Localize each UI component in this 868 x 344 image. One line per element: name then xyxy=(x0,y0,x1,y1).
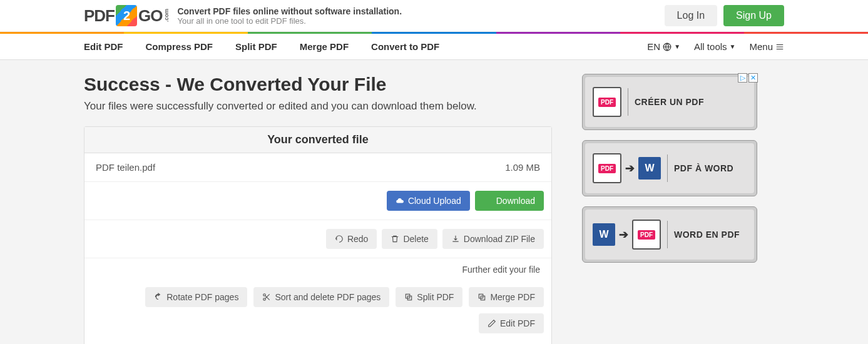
chevron-down-icon: ▼ xyxy=(674,43,680,50)
header-actions: Log In Sign Up xyxy=(665,5,784,26)
nav-split-pdf[interactable]: Split PDF xyxy=(235,41,277,52)
copy-icon xyxy=(477,293,486,301)
globe-icon xyxy=(663,43,671,51)
delete-button[interactable]: Delete xyxy=(382,229,437,249)
lang-selector[interactable]: EN ▼ xyxy=(647,41,680,52)
arrow-right-icon: ➔ xyxy=(625,161,635,175)
rotate-pdf-button[interactable]: Rotate PDF pages xyxy=(145,287,247,307)
trash-icon xyxy=(391,235,399,243)
nav-right: EN ▼ All tools ▼ Menu xyxy=(647,41,784,52)
logo-com: .com xyxy=(163,9,170,22)
hamburger-icon xyxy=(775,43,784,51)
main-column: Success - We Converted Your File Your fi… xyxy=(84,74,552,344)
tools-row-1: Rotate PDF pages Sort and delete PDF pag… xyxy=(84,281,551,341)
file-row: PDF teilen.pdf 1.09 MB xyxy=(84,153,551,182)
signup-button[interactable]: Sign Up xyxy=(723,5,784,26)
download-zip-button[interactable]: Download ZIP File xyxy=(442,229,544,249)
page-title: Success - We Converted Your File xyxy=(84,74,552,95)
alltools-label: All tools xyxy=(694,41,727,52)
delete-label: Delete xyxy=(403,234,428,244)
cloud-upload-label: Cloud Upload xyxy=(408,196,461,206)
file-size: 1.09 MB xyxy=(505,162,540,173)
file-panel: Your converted file PDF teilen.pdf 1.09 … xyxy=(84,126,552,344)
panel-header: Your converted file xyxy=(84,127,551,153)
page-subtitle: Your files were successfully converted o… xyxy=(84,100,552,113)
pdf-file-icon xyxy=(632,220,661,250)
logo[interactable]: PDF 2 GO .com xyxy=(84,5,170,26)
nav-merge-pdf[interactable]: Merge PDF xyxy=(300,41,349,52)
ad-info-icon[interactable]: ▷ xyxy=(738,73,747,83)
color-bar xyxy=(0,32,868,34)
arrow-right-icon: ➔ xyxy=(619,228,628,241)
menu-label: Menu xyxy=(749,41,773,52)
file-name: PDF teilen.pdf xyxy=(96,162,505,173)
ad-pdf-word[interactable]: ➔W PDF À WORD xyxy=(582,140,757,196)
svg-point-1 xyxy=(263,294,266,296)
nav-left: Edit PDF Compress PDF Split PDF Merge PD… xyxy=(84,41,439,52)
cloud-upload-button[interactable]: Cloud Upload xyxy=(387,191,470,211)
further-edit-label: Further edit your file xyxy=(84,258,551,281)
split-pdf-button[interactable]: Split PDF xyxy=(396,287,462,307)
cloud-icon xyxy=(396,196,404,205)
tools-row-2: Convert to PDF Convert from PDF Change P… xyxy=(84,341,551,344)
download-label: Download xyxy=(496,196,535,206)
ad-close-icon[interactable]: ✕ xyxy=(748,73,758,83)
svg-point-2 xyxy=(263,298,266,301)
sort-delete-button[interactable]: Sort and delete PDF pages xyxy=(253,287,389,307)
download-button[interactable]: Download xyxy=(475,191,544,211)
primary-actions: Cloud Upload Download xyxy=(84,182,551,220)
edit-pdf-button[interactable]: Edit PDF xyxy=(479,313,544,333)
lang-label: EN xyxy=(647,41,660,52)
chevron-down-icon: ▼ xyxy=(730,43,736,50)
ad-word-pdf[interactable]: W➔ WORD EN PDF xyxy=(582,206,757,263)
content: Success - We Converted Your File Your fi… xyxy=(0,60,868,344)
ad-label: PDF À WORD xyxy=(674,163,733,173)
redo-icon xyxy=(335,235,344,243)
tagline-main: Convert PDF files online without softwar… xyxy=(177,6,402,16)
pdf-file-icon xyxy=(593,153,621,183)
nav-edit-pdf[interactable]: Edit PDF xyxy=(84,41,123,52)
scissors-icon xyxy=(262,293,271,301)
redo-button[interactable]: Redo xyxy=(326,229,377,249)
tagline: Convert PDF files online without softwar… xyxy=(177,6,402,26)
logo-2: 2 xyxy=(116,5,137,26)
main-nav: Edit PDF Compress PDF Split PDF Merge PD… xyxy=(0,34,868,60)
site-header: PDF 2 GO .com Convert PDF files online w… xyxy=(0,0,868,32)
alltools-selector[interactable]: All tools ▼ xyxy=(694,41,735,52)
menu-selector[interactable]: Menu xyxy=(749,41,784,52)
pdf-file-icon xyxy=(593,87,621,117)
merge-pdf-button[interactable]: Merge PDF xyxy=(469,287,544,307)
logo-pdf: PDF xyxy=(84,6,115,26)
ad-label: CRÉER UN PDF xyxy=(635,97,704,107)
word-file-icon: W xyxy=(638,157,661,180)
tagline-sub: Your all in one tool to edit PDF files. xyxy=(177,16,402,26)
download-zip-label: Download ZIP File xyxy=(464,234,535,244)
nav-compress-pdf[interactable]: Compress PDF xyxy=(146,41,213,52)
sidebar-ads: ▷✕ CRÉER UN PDF ➔W PDF À WORD W➔ WORD EN… xyxy=(582,74,757,344)
login-button[interactable]: Log In xyxy=(665,5,717,26)
redo-label: Redo xyxy=(347,234,368,244)
ad-creer-pdf[interactable]: ▷✕ CRÉER UN PDF xyxy=(582,74,757,130)
download-icon xyxy=(451,235,460,243)
nav-convert-to-pdf[interactable]: Convert to PDF xyxy=(371,41,439,52)
copy-icon xyxy=(404,293,413,301)
word-file-icon: W xyxy=(593,223,615,246)
secondary-actions: Redo Delete Download ZIP File xyxy=(84,220,551,258)
download-icon xyxy=(484,196,493,205)
logo-go: GO xyxy=(138,6,162,26)
rotate-icon xyxy=(154,293,163,301)
edit-icon xyxy=(488,319,496,328)
ad-label: WORD EN PDF xyxy=(674,230,740,240)
